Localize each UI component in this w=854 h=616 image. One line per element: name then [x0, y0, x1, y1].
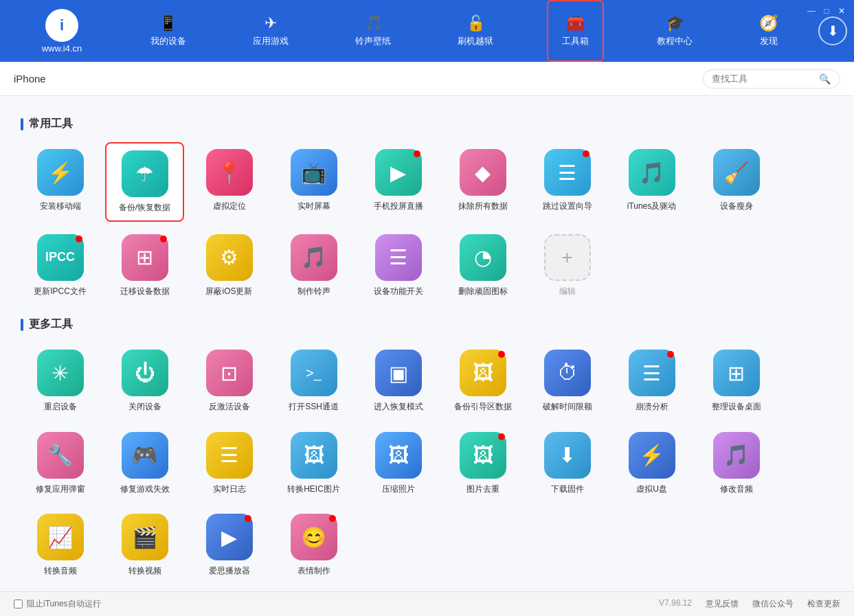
tool-update-ipcc[interactable]: IPCC 更新IPCC文件: [21, 227, 100, 304]
footer-right: V7.98.12 意见反馈 微信公众号 检查更新: [659, 598, 840, 610]
logo-icon: i: [45, 9, 78, 42]
realtime-log-icon: ☰: [206, 432, 253, 479]
deactivate-label: 反激活设备: [209, 402, 250, 413]
tool-crash-analysis[interactable]: ☰ 崩溃分析: [612, 343, 691, 420]
tool-make-ringtone[interactable]: 🎵 制作铃声: [274, 227, 353, 304]
convert-audio-icon: 📈: [37, 514, 84, 560]
tool-download-firmware[interactable]: ⬇ 下载固件: [528, 425, 607, 502]
virtual-udisk-icon: ⚡: [629, 432, 675, 479]
tool-convert-heic[interactable]: 🖼 转换HEIC图片: [274, 425, 353, 502]
delete-icon-label: 删除顽固图标: [458, 286, 508, 297]
nav-ringtones[interactable]: 🎵 铃声壁纸: [341, 0, 405, 62]
footer: 阻止iTunes自动运行 V7.98.12 意见反馈 微信公众号 检查更新: [0, 591, 854, 616]
nav-toolbox[interactable]: 🧰 工具箱: [547, 0, 604, 62]
backup-restore-label: 备份/恢复数据: [119, 203, 170, 214]
tool-modify-audio[interactable]: 🎵 修改音频: [697, 425, 776, 502]
tool-deactivate[interactable]: ⊡ 反激活设备: [190, 343, 269, 420]
recovery-mode-icon: ▣: [375, 350, 422, 396]
itunes-checkbox[interactable]: [14, 600, 23, 608]
install-mobile-icon: ⚡: [37, 149, 84, 196]
my-device-icon: 📱: [159, 14, 177, 32]
itunes-driver-icon: 🎵: [629, 149, 675, 196]
tool-device-slim[interactable]: 🧹 设备瘦身: [697, 142, 776, 222]
minimize-button[interactable]: —: [806, 5, 817, 16]
tool-dedup-photo[interactable]: 🖼 图片去重: [443, 425, 522, 502]
tool-recovery-mode[interactable]: ▣ 进入恢复模式: [359, 343, 438, 420]
nav-jailbreak[interactable]: 🔓 刷机越狱: [444, 0, 507, 62]
tool-compress-photo[interactable]: 🖼 压缩照片: [359, 425, 438, 502]
window-controls: — □ ✕: [806, 5, 847, 16]
tool-edit[interactable]: + 编辑: [528, 227, 607, 304]
shutdown-device-icon: ⏻: [122, 350, 168, 396]
logo-area: i www.i4.cn: [7, 9, 117, 54]
tool-aisi-player[interactable]: ▶ 爱思播放器: [190, 507, 269, 584]
tool-fix-game[interactable]: 🎮 修复游戏失效: [105, 425, 184, 502]
tutorials-icon: 🎓: [666, 14, 684, 32]
tool-restart-device[interactable]: ✳ 重启设备: [21, 343, 100, 420]
logo-text: www.i4.cn: [42, 43, 82, 54]
crack-timelimit-icon: ⏱: [544, 350, 591, 396]
check-update-link[interactable]: 检查更新: [807, 598, 840, 610]
nav-tutorials[interactable]: 🎓 教程中心: [643, 0, 706, 62]
make-ringtone-label: 制作铃声: [297, 286, 330, 297]
tool-realtime-screen[interactable]: 📺 实时屏幕: [274, 142, 353, 222]
version-label: V7.98.12: [659, 598, 692, 610]
tool-virtual-udisk[interactable]: ⚡ 虚拟U盘: [612, 425, 691, 502]
common-tools-grid: ⚡ 安装移动端 ☂ 备份/恢复数据 📍 虚拟定位 📺 实时屏幕 ▶ 手机投屏直播: [21, 142, 833, 304]
nav-my-device[interactable]: 📱 我的设备: [137, 0, 200, 62]
virtual-location-icon: 📍: [206, 149, 253, 196]
tool-migrate-data[interactable]: ⊞ 迁移设备数据: [105, 227, 184, 304]
logo-symbol: i: [60, 16, 64, 34]
convert-heic-icon: 🖼: [291, 432, 337, 479]
aisi-player-label: 爱思播放器: [209, 566, 250, 577]
common-tools-title: 常用工具: [21, 117, 833, 131]
apps-games-icon: ✈: [265, 14, 277, 32]
compress-photo-icon: 🖼: [375, 432, 422, 479]
install-mobile-label: 安装移动端: [40, 201, 81, 212]
feedback-link[interactable]: 意见反馈: [706, 598, 739, 610]
tool-convert-audio[interactable]: 📈 转换音频: [21, 507, 100, 584]
tool-itunes-driver[interactable]: 🎵 iTunes及驱动: [612, 142, 691, 222]
tool-block-ios[interactable]: ⚙ 屏蔽iOS更新: [190, 227, 269, 304]
convert-video-label: 转换视频: [128, 566, 161, 577]
tool-crack-timelimit[interactable]: ⏱ 破解时间限额: [528, 343, 607, 420]
maximize-button[interactable]: □: [821, 5, 832, 16]
tool-convert-video[interactable]: 🎬 转换视频: [105, 507, 184, 584]
tool-emoji-maker[interactable]: 😊 表情制作: [274, 507, 353, 584]
tool-wipe-data[interactable]: ◆ 抹除所有数据: [443, 142, 522, 222]
nav-apps-games[interactable]: ✈ 应用游戏: [239, 0, 302, 62]
tool-organize-desktop[interactable]: ⊞ 整理设备桌面: [697, 343, 776, 420]
tool-fix-app-popup[interactable]: 🔧 修复应用弹窗: [21, 425, 100, 502]
tool-realtime-log[interactable]: ☰ 实时日志: [190, 425, 269, 502]
tool-backup-partition[interactable]: 🖼 备份引导区数据: [443, 343, 522, 420]
close-button[interactable]: ✕: [836, 5, 847, 16]
device-label: iPhone: [14, 73, 82, 84]
emoji-maker-label: 表情制作: [297, 566, 330, 577]
tool-virtual-location[interactable]: 📍 虚拟定位: [190, 142, 269, 222]
tool-shutdown-device[interactable]: ⏻ 关闭设备: [105, 343, 184, 420]
tool-ssh-tunnel[interactable]: >_ 打开SSH通道: [274, 343, 353, 420]
tool-skip-setup[interactable]: ☰ 跳过设置向导: [528, 142, 607, 222]
ssh-tunnel-icon: >_: [291, 350, 337, 396]
search-icon: 🔍: [819, 73, 831, 84]
tool-install-mobile[interactable]: ⚡ 安装移动端: [21, 142, 100, 222]
phone-cast-icon: ▶: [375, 149, 422, 196]
search-input[interactable]: [712, 73, 815, 84]
header: i www.i4.cn 📱 我的设备 ✈ 应用游戏 🎵 铃声壁纸 🔓 刷机越狱: [0, 0, 854, 62]
nav-discover[interactable]: 🧭 发现: [745, 0, 791, 62]
search-box: 🔍: [703, 69, 840, 89]
device-toggle-icon: ☰: [375, 234, 422, 281]
itunes-checkbox-label: 阻止iTunes自动运行: [27, 598, 101, 610]
modify-audio-label: 修改音频: [720, 484, 753, 495]
make-ringtone-icon: 🎵: [291, 234, 337, 281]
dedup-photo-icon: 🖼: [460, 432, 506, 479]
crack-timelimit-label: 破解时间限额: [543, 402, 592, 413]
tool-backup-restore[interactable]: ☂ 备份/恢复数据: [105, 142, 184, 222]
download-button[interactable]: ⬇: [818, 16, 847, 45]
realtime-screen-icon: 📺: [291, 149, 337, 196]
tool-delete-icon[interactable]: ◔ 删除顽固图标: [443, 227, 522, 304]
tool-phone-cast[interactable]: ▶ 手机投屏直播: [359, 142, 438, 222]
tool-device-toggle[interactable]: ☰ 设备功能开关: [359, 227, 438, 304]
block-ios-label: 屏蔽iOS更新: [205, 286, 252, 297]
wechat-link[interactable]: 微信公众号: [752, 598, 794, 610]
